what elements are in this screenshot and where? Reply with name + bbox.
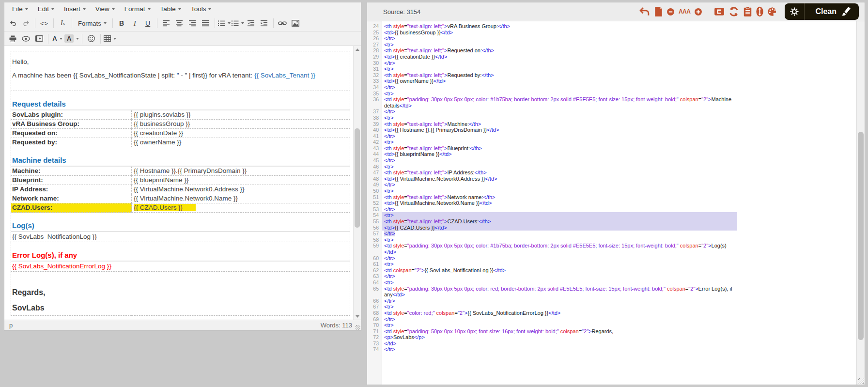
code-line[interactable]: 57</tr> <box>367 231 857 237</box>
code-text[interactable]: <td>{{ VirtualMachine.Network0.Address }… <box>382 176 737 182</box>
source-scrollbar[interactable] <box>856 21 865 385</box>
table-row[interactable]: CZAD.Users:{{ CZAD.Users }} <box>11 203 350 213</box>
field-label[interactable]: Requested on: <box>11 129 132 138</box>
code-text[interactable]: <th style="text-align: left;">Requested … <box>382 72 737 78</box>
code-line[interactable]: 25<td>{{ businessGroup }}</td> <box>367 30 857 36</box>
paste-icon[interactable] <box>743 6 752 17</box>
menu-item-tools[interactable]: Tools <box>186 2 217 15</box>
code-text[interactable]: </tr> <box>382 108 737 115</box>
section-heading[interactable]: Error Log(s), if any <box>11 242 350 262</box>
font-increase-icon[interactable] <box>694 8 702 16</box>
code-text[interactable]: <tr> <box>382 304 737 310</box>
insert-media-button[interactable] <box>33 33 45 45</box>
intro-cell[interactable]: Hello,A machine has been {{ SovLabs_Noti… <box>11 51 350 91</box>
code-line[interactable]: 69</tr> <box>367 316 857 323</box>
code-text[interactable]: <td>{{ ownerName }}</td> <box>382 78 737 84</box>
code-line[interactable]: 40<td>{{ Hostname }}.{{ PrimaryDnsDomain… <box>367 127 857 133</box>
code-text[interactable]: <td>{{ businessGroup }}</td> <box>382 30 737 36</box>
source-editor-body[interactable]: 24<th style="text-align: left;">vRA Busi… <box>367 21 865 385</box>
insert-image-button[interactable] <box>290 17 302 29</box>
element-path[interactable]: p <box>9 322 13 329</box>
undo-icon[interactable] <box>639 6 651 17</box>
menu-item-table[interactable]: Table <box>155 2 186 15</box>
code-line[interactable]: 44<td>{{ blueprintName }}</td> <box>367 151 857 157</box>
code-text[interactable]: </tr> <box>382 255 737 262</box>
field-value[interactable]: {{ plugins.sovlabs }} <box>132 110 350 120</box>
code-line[interactable]: 70<tr> <box>367 322 857 328</box>
decrease-indent-button[interactable] <box>245 17 257 29</box>
code-line[interactable]: 38<tr> <box>367 115 857 121</box>
align-left-button[interactable] <box>160 17 172 29</box>
statusbar-resize-grip-icon[interactable] <box>356 325 360 330</box>
code-text[interactable]: <tr> <box>382 261 737 267</box>
refresh-icon[interactable] <box>728 6 740 17</box>
table-row[interactable]: Machine:{{ Hostname }}.{{ PrimaryDnsDoma… <box>11 166 350 176</box>
preview-button[interactable] <box>20 33 32 45</box>
code-text[interactable]: <th style="text-align: left;">Blueprint:… <box>382 145 737 152</box>
word-count[interactable]: Words: 113 <box>321 322 356 329</box>
underline-button[interactable]: U <box>142 17 154 29</box>
code-text[interactable]: <th style="text-align: left;">Network na… <box>382 194 737 201</box>
code-text[interactable]: </tr> <box>382 182 737 188</box>
table-row[interactable]: Requested on:{{ creationDate }} <box>11 129 350 138</box>
table-row[interactable]: Error Log(s), if any <box>11 242 350 262</box>
bold-button[interactable]: B <box>116 17 128 29</box>
code-line[interactable]: 66</tr> <box>367 298 857 304</box>
print-button[interactable] <box>7 33 19 45</box>
code-line[interactable]: 65<td style="padding: 30px 0px 5px 0px; … <box>367 286 857 298</box>
field-label[interactable]: Requested by: <box>11 138 132 147</box>
field-label[interactable]: CZAD.Users: <box>11 203 132 213</box>
field-label[interactable]: IP Address: <box>11 185 132 194</box>
table-row[interactable]: SovLabs plugin:{{ plugins.sovlabs }} <box>11 110 350 120</box>
log-value[interactable]: {{ SovLabs_NotificationErrorLog }} <box>11 261 350 272</box>
section-heading[interactable]: Log(s) <box>11 213 350 232</box>
content-scrollbar-thumb[interactable] <box>355 128 360 228</box>
table-row[interactable]: Network name:{{ VirtualMachine.Network0.… <box>11 194 350 203</box>
field-label[interactable]: vRA Business Group: <box>11 120 132 129</box>
italic-button[interactable]: I <box>129 17 141 29</box>
code-text[interactable]: <td style="padding: 30px 0px 5px 0px; co… <box>382 286 737 298</box>
increase-indent-button[interactable] <box>258 17 270 29</box>
code-line[interactable]: 34</tr> <box>367 84 857 91</box>
code-line[interactable]: 61<tr> <box>367 261 857 267</box>
code-text[interactable]: <tr> <box>382 237 737 243</box>
line-height-icon[interactable] <box>756 6 764 17</box>
code-text[interactable]: </tr> <box>382 273 737 279</box>
table-row[interactable]: IP Address:{{ VirtualMachine.Network0.Ad… <box>11 185 350 194</box>
code-line[interactable]: 26</tr> <box>367 35 857 42</box>
code-line[interactable]: 59<td style="padding: 30px 0px 5px 0px; … <box>367 243 857 255</box>
table-row[interactable]: {{ SovLabs_NotificationLog }} <box>11 232 350 242</box>
code-line[interactable]: 73</td> <box>367 341 857 347</box>
code-text[interactable]: <tr> <box>382 279 737 286</box>
code-line[interactable]: 51<th style="text-align: left;">Network … <box>367 194 857 201</box>
table-row[interactable]: Hello,A machine has been {{ SovLabs_Noti… <box>11 51 350 91</box>
embed-icon[interactable] <box>714 7 725 16</box>
code-text[interactable]: <tr> <box>382 91 737 97</box>
emoticons-button[interactable] <box>85 33 97 45</box>
code-text[interactable]: <th style="text-align: left;">IP Address… <box>382 170 737 176</box>
code-text[interactable]: </tr> <box>382 84 737 91</box>
code-text[interactable]: <td>{{ blueprintName }}</td> <box>382 151 737 157</box>
code-text[interactable]: <tr> <box>382 139 737 145</box>
field-label[interactable]: Blueprint: <box>11 176 132 185</box>
code-line[interactable]: 48<td>{{ VirtualMachine.Network0.Address… <box>367 176 857 182</box>
code-text[interactable]: <th style="text-align: left;">Requested … <box>382 47 737 54</box>
code-text[interactable]: <td style="padding: 30px 0px 5px 0px; co… <box>382 243 737 255</box>
code-line[interactable]: 55<th style="text-align: left;">CZAD.Use… <box>367 218 857 225</box>
code-text[interactable]: </tr> <box>382 60 737 66</box>
code-line[interactable]: 39<th style="text-align: left;">Machine:… <box>367 121 857 127</box>
code-text[interactable]: <td>{{ creationDate }}</td> <box>382 54 737 60</box>
code-line[interactable]: 47<th style="text-align: left;">IP Addre… <box>367 170 857 176</box>
code-line[interactable]: 37</tr> <box>367 108 857 115</box>
align-right-button[interactable] <box>186 17 199 29</box>
code-line[interactable]: 24<th style="text-align: left;">vRA Busi… <box>367 23 857 30</box>
code-text[interactable]: <td>{{ Hostname }}.{{ PrimaryDnsDomain }… <box>382 127 737 133</box>
code-text[interactable]: <th style="text-align: left;">CZAD.Users… <box>382 218 737 225</box>
field-label[interactable]: SovLabs plugin: <box>11 110 132 120</box>
code-text[interactable]: <td>{{ CZAD.Users }}</td> <box>382 225 737 231</box>
menu-item-insert[interactable]: Insert <box>59 2 91 15</box>
code-line[interactable]: 41</tr> <box>367 133 857 139</box>
code-text[interactable]: <tr> <box>382 42 737 48</box>
scroll-up-arrow-icon[interactable] <box>354 46 361 53</box>
code-text[interactable]: <tr> <box>382 322 737 328</box>
